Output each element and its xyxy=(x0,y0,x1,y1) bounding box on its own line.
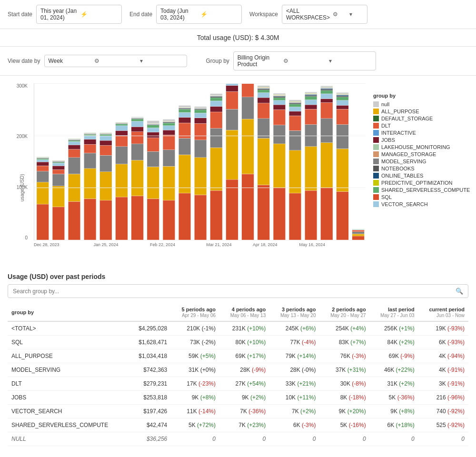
workspace-control[interactable]: <ALL WORKSPACES> ⚙ ▾ xyxy=(282,5,367,24)
usage-table: group by5 periods agoApr 29 - May 064 pe… xyxy=(8,304,468,446)
table-row: JOBS$253,8189K (+8%)9K (+2%)10K (+11%)8K… xyxy=(8,391,468,405)
search-input[interactable] xyxy=(13,288,456,295)
table-cell: $36,256 xyxy=(129,432,171,446)
table-section: Usage (USD) over past periods 🔍 group by… xyxy=(0,267,476,454)
group-by-value: Billing Origin Product xyxy=(238,54,280,68)
total-usage-text: Total usage (USD): $ 4.30M xyxy=(197,34,279,41)
chevron-down-icon: ▾ xyxy=(349,11,363,18)
legend-swatch xyxy=(373,194,379,200)
y-axis-label: usage (USD) xyxy=(20,174,25,202)
x-label-jan: Jan 25, 2024 xyxy=(93,242,118,247)
grid-line-mid1 xyxy=(34,136,366,136)
legend-item: JOBS xyxy=(373,137,468,143)
end-date-value: Today (Jun 03, 2024) xyxy=(160,8,198,21)
y-axis: 300K 200K 100K 0 xyxy=(8,83,31,240)
legend-label: ALL_PURPOSE xyxy=(381,109,419,114)
table-cell: 11K (-14%) xyxy=(171,405,219,418)
start-date-control[interactable]: This year (Jan 01, 2024) ⚡ xyxy=(36,5,122,24)
legend-label: MANAGED_STORAGE xyxy=(381,151,436,157)
col-header-5: 2 periods agoMay 20 - May 27 xyxy=(319,304,369,321)
table-cell: 9K (+20%) xyxy=(319,405,369,418)
settings-icon: ⚙ xyxy=(333,11,347,18)
legend-label: LAKEHOUSE_MONITORING xyxy=(381,144,450,150)
legend-swatch xyxy=(373,166,379,171)
table-cell: $4,295,028 xyxy=(129,321,171,336)
view-date-label: View date by xyxy=(8,58,40,64)
table-cell: 0 xyxy=(370,432,418,446)
chart-area: 300K 200K 100K 0 usage (USD) xyxy=(8,83,366,259)
table-cell: 30K (-8%) xyxy=(319,377,369,391)
y-label-300k: 300K xyxy=(17,83,28,89)
settings-icon-group: ⚙ xyxy=(283,58,326,64)
table-cell: 69K (+17%) xyxy=(219,349,269,363)
search-bar[interactable]: 🔍 xyxy=(8,284,468,298)
chevron-group-icon: ▾ xyxy=(329,58,372,64)
table-cell: 37K (+31%) xyxy=(319,363,369,377)
workspace-value: <ALL WORKSPACES> xyxy=(286,8,330,21)
legend-swatch xyxy=(373,130,379,136)
chart-container: 300K 200K 100K 0 usage (USD) xyxy=(8,83,468,259)
legend-swatch xyxy=(373,123,379,129)
table-body: <TOTAL>$4,295,028210K (-1%)231K (+10%)24… xyxy=(8,321,468,446)
legend-item: DEFAULT_STORAGE xyxy=(373,116,468,121)
x-label-may: May 16, 2024 xyxy=(299,242,326,247)
legend-items: nullALL_PURPOSEDEFAULT_STORAGEDLTINTERAC… xyxy=(373,101,468,207)
table-cell: 7K (+23%) xyxy=(219,418,269,432)
table-cell: 6K (-3%) xyxy=(269,418,319,432)
col-header-3: 4 periods agoMay 06 - May 13 xyxy=(219,304,269,321)
col-header-4: 3 periods agoMay 13 - May 20 xyxy=(269,304,319,321)
end-date-group: End date Today (Jun 03, 2024) ⚡ xyxy=(129,5,242,24)
legend-label: SQL xyxy=(381,194,392,200)
table-cell: SQL xyxy=(8,336,129,349)
table-cell: 5K (-16%) xyxy=(319,418,369,432)
x-axis: Dec 28, 2023 Jan 25, 2024 Feb 22, 2024 M… xyxy=(34,240,366,259)
group-by-label: Group by xyxy=(206,58,229,64)
table-cell: $197,426 xyxy=(129,405,171,418)
table-cell: 245K (+6%) xyxy=(269,321,319,336)
table-cell: ALL_PURPOSE xyxy=(8,349,129,363)
view-date-select[interactable]: Week ⚙ ▾ xyxy=(44,55,187,67)
table-cell: 0 xyxy=(171,432,219,446)
table-cell: 27K (+54%) xyxy=(219,377,269,391)
table-cell: 9K (+2%) xyxy=(219,391,269,405)
table-cell: 76K (-3%) xyxy=(319,349,369,363)
legend-label: ONLINE_TABLES xyxy=(381,173,423,179)
x-label-mar: Mar 21, 2024 xyxy=(206,242,231,247)
start-date-label: Start date xyxy=(8,11,32,18)
table-cell: 4K (-94%) xyxy=(418,349,468,363)
table-cell: 8K (-18%) xyxy=(319,391,369,405)
legend-item: MODEL_SERVING xyxy=(373,159,468,164)
table-cell: $279,231 xyxy=(129,377,171,391)
table-cell: $1,034,418 xyxy=(129,349,171,363)
table-row: SQL$1,628,47173K (-2%)80K (+10%)77K (-4%… xyxy=(8,336,468,349)
x-label-feb: Feb 22, 2024 xyxy=(150,242,175,247)
table-cell: 73K (-2%) xyxy=(171,336,219,349)
end-date-control[interactable]: Today (Jun 03, 2024) ⚡ xyxy=(156,5,242,24)
table-cell: NULL xyxy=(8,432,129,446)
y-label-0: 0 xyxy=(25,235,28,240)
legend-label: SHARED_SERVERLESS_COMPUTE xyxy=(381,187,470,193)
legend-item: DLT xyxy=(373,123,468,129)
chart-section: 300K 200K 100K 0 usage (USD) xyxy=(0,76,476,267)
table-cell: 31K (+2%) xyxy=(370,377,418,391)
table-title: Usage (USD) over past periods xyxy=(8,267,468,284)
table-cell: 28K (-0%) xyxy=(269,363,319,377)
legend-swatch xyxy=(373,144,379,150)
table-cell: $42,474 xyxy=(129,418,171,432)
group-by-select[interactable]: Billing Origin Product ⚙ ▾ xyxy=(233,51,376,70)
col-header-6: last periodMay 27 - Jun 03 xyxy=(370,304,418,321)
table-row: <TOTAL>$4,295,028210K (-1%)231K (+10%)24… xyxy=(8,321,468,336)
legend-label: VECTOR_SEARCH xyxy=(381,201,428,207)
table-cell: 69K (-9%) xyxy=(370,349,418,363)
legend-swatch xyxy=(373,137,379,143)
grid-line-mid2 xyxy=(34,188,366,188)
legend-swatch xyxy=(373,151,379,157)
table-cell: 5K (-36%) xyxy=(370,391,418,405)
legend-label: NOTEBOOKS xyxy=(381,166,415,171)
legend-label: null xyxy=(381,101,389,107)
workspace-group: Workspace <ALL WORKSPACES> ⚙ ▾ xyxy=(249,5,367,24)
table-cell: 84K (+2%) xyxy=(370,336,418,349)
x-label-apr: Apr 18, 2024 xyxy=(253,242,278,247)
table-cell: 77K (-4%) xyxy=(269,336,319,349)
table-cell: 5K (+72%) xyxy=(171,418,219,432)
